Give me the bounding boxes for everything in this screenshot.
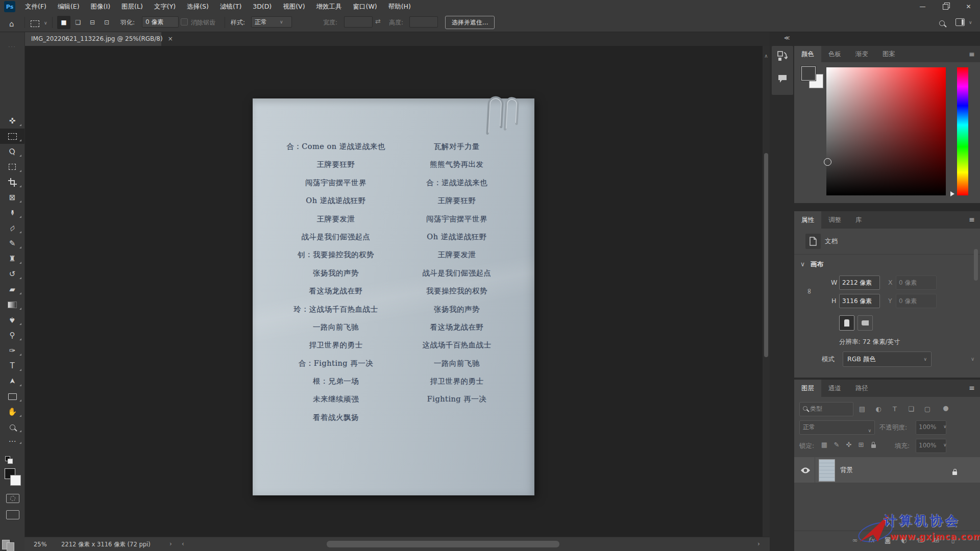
- shape-layers-filter-icon[interactable]: ❏: [905, 405, 917, 413]
- layer-visibility-eye-icon[interactable]: [800, 466, 811, 476]
- menu-item[interactable]: 编辑(E): [52, 0, 85, 13]
- new-adjustment-layer-icon[interactable]: ◐: [898, 536, 910, 544]
- active-tool-icon[interactable]: [31, 19, 39, 29]
- tab-channels[interactable]: 通道: [821, 380, 848, 397]
- saturation-brightness-field[interactable]: [826, 67, 946, 195]
- quick-mask-icon[interactable]: [6, 494, 19, 503]
- menu-item[interactable]: 窗口(W): [348, 0, 383, 13]
- canvas-y-input[interactable]: 0 像素: [896, 294, 937, 308]
- menu-item[interactable]: 图层(L): [116, 0, 149, 13]
- fill-value[interactable]: 100%: [916, 439, 946, 453]
- collapse-panels-icon[interactable]: ≪: [784, 35, 790, 41]
- link-dimensions-icon[interactable]: ∞: [805, 288, 814, 295]
- tab-close-icon[interactable]: ×: [168, 35, 173, 42]
- canvas-x-input[interactable]: 0 像素: [896, 276, 937, 290]
- vertical-scrollbar[interactable]: ∧: [763, 46, 770, 537]
- hand-tool[interactable]: ✋: [0, 404, 24, 419]
- toolbar-grip[interactable]: ···: [0, 44, 24, 49]
- pixel-layers-filter-icon[interactable]: ▤: [856, 405, 868, 413]
- tab-patterns[interactable]: 图案: [875, 46, 902, 62]
- vertical-scroll-thumb[interactable]: [764, 153, 768, 357]
- blend-mode-select[interactable]: 正常∨: [799, 420, 875, 435]
- width-input[interactable]: [344, 16, 373, 28]
- layer-filter-select[interactable]: 类型: [799, 402, 853, 416]
- lock-transparency-icon[interactable]: ▦: [819, 441, 830, 448]
- screen-mode-icon[interactable]: [6, 510, 19, 519]
- pen-tool[interactable]: ✑: [0, 343, 24, 358]
- lasso-tool[interactable]: Ϙ: [0, 144, 24, 159]
- scroll-right-icon[interactable]: ›: [757, 540, 760, 547]
- frame-tool[interactable]: ⊠: [0, 190, 24, 205]
- menu-item[interactable]: 视图(V): [277, 0, 310, 13]
- workspace-icon[interactable]: [955, 18, 965, 28]
- edit-toolbar-icon[interactable]: ⋯: [0, 436, 24, 446]
- canvas-section-chevron-icon[interactable]: ∨: [800, 260, 805, 268]
- spot-healing-brush-tool[interactable]: ▱: [0, 220, 24, 236]
- lock-all-icon[interactable]: [868, 442, 879, 449]
- landscape-orientation-icon[interactable]: [857, 315, 873, 331]
- default-colors-icon[interactable]: [5, 456, 13, 463]
- tab-layers[interactable]: 图层: [794, 380, 821, 397]
- height-input[interactable]: [409, 16, 438, 28]
- canvas-height-input[interactable]: 3116 像素: [839, 294, 880, 308]
- background-layer-row[interactable]: 背景: [794, 457, 980, 483]
- home-icon[interactable]: ⌂: [9, 19, 14, 29]
- tab-properties[interactable]: 属性: [794, 211, 821, 229]
- menu-item[interactable]: 帮助(H): [383, 0, 416, 13]
- antialias-checkbox[interactable]: [181, 18, 188, 26]
- new-selection-icon[interactable]: ■: [57, 16, 70, 29]
- panel-menu-icon[interactable]: ≡: [969, 384, 975, 392]
- style-select[interactable]: 正常: [251, 16, 292, 28]
- style-chevron-icon[interactable]: ∨: [280, 19, 283, 24]
- horizontal-scroll-thumb[interactable]: [327, 541, 559, 547]
- intersect-selection-icon[interactable]: ⊡: [100, 16, 113, 29]
- dodge-tool[interactable]: ⚲: [0, 328, 24, 343]
- blur-tool[interactable]: ♠: [0, 312, 24, 328]
- menu-item[interactable]: 3D(D): [247, 0, 277, 13]
- gradient-tool[interactable]: [0, 297, 24, 312]
- add-to-selection-icon[interactable]: ❏: [71, 16, 85, 29]
- lock-artboard-icon[interactable]: ⊞: [855, 441, 867, 448]
- move-tool[interactable]: ✜: [0, 113, 24, 129]
- feather-input[interactable]: 0 像素: [142, 16, 179, 28]
- path-selection-tool[interactable]: ➤: [0, 373, 24, 389]
- menu-item[interactable]: 图像(I): [85, 0, 116, 13]
- hue-slider[interactable]: [957, 67, 968, 195]
- scroll-left-icon[interactable]: ‹: [182, 540, 184, 547]
- rectangle-tool[interactable]: [0, 389, 24, 404]
- canvas-width-input[interactable]: 2212 像素: [839, 276, 880, 290]
- layer-thumbnail[interactable]: [819, 459, 835, 482]
- restore-icon[interactable]: [934, 0, 957, 13]
- layer-mask-icon[interactable]: ◙: [882, 536, 893, 544]
- select-and-mask-button[interactable]: 选择并遮住...: [445, 16, 495, 29]
- brush-tool[interactable]: ✎: [0, 236, 24, 251]
- panel-menu-icon[interactable]: ≡: [969, 50, 975, 58]
- lock-paint-icon[interactable]: ✎: [831, 441, 842, 448]
- zoom-level[interactable]: 25%: [34, 541, 47, 548]
- portrait-orientation-icon[interactable]: [839, 315, 854, 331]
- document-canvas[interactable]: 合：Come on 逆战逆战来也王牌要狂野闯荡宇宙摆平世界Oh 逆战逆战狂野王牌…: [24, 46, 763, 537]
- eyedropper-tool[interactable]: ✒: [0, 205, 24, 220]
- menu-item[interactable]: 滤镜(T): [214, 0, 247, 13]
- panel-menu-icon[interactable]: ≡: [969, 215, 975, 223]
- document-tab[interactable]: IMG_20220621_113226.jpg @ 25%(RGB/8) ×: [24, 32, 161, 46]
- layer-effects-icon[interactable]: fx: [866, 536, 877, 544]
- tab-paths[interactable]: 路径: [848, 380, 875, 397]
- tab-swatches[interactable]: 色板: [821, 46, 848, 62]
- delete-layer-icon[interactable]: ▯: [947, 536, 959, 544]
- tab-color[interactable]: 颜色: [794, 46, 821, 62]
- tab-adjustments[interactable]: 调整: [821, 211, 848, 229]
- lock-position-icon[interactable]: ✜: [843, 441, 854, 448]
- menu-item[interactable]: 选择(S): [181, 0, 214, 13]
- scroll-down-icon[interactable]: ∨: [971, 356, 974, 362]
- smart-object-filter-icon[interactable]: ▢: [922, 405, 933, 413]
- rectangular-marquee-tool[interactable]: [0, 129, 24, 144]
- foreground-background-swatches[interactable]: [5, 468, 22, 488]
- search-icon[interactable]: [939, 18, 945, 28]
- opacity-chevron-icon[interactable]: ∨: [943, 424, 947, 429]
- close-icon[interactable]: ✕: [957, 0, 980, 13]
- object-selection-tool[interactable]: [0, 159, 24, 174]
- type-layers-filter-icon[interactable]: T: [889, 405, 900, 413]
- status-popup-chevron-icon[interactable]: ›: [169, 540, 172, 547]
- fill-chevron-icon[interactable]: ∨: [943, 442, 947, 447]
